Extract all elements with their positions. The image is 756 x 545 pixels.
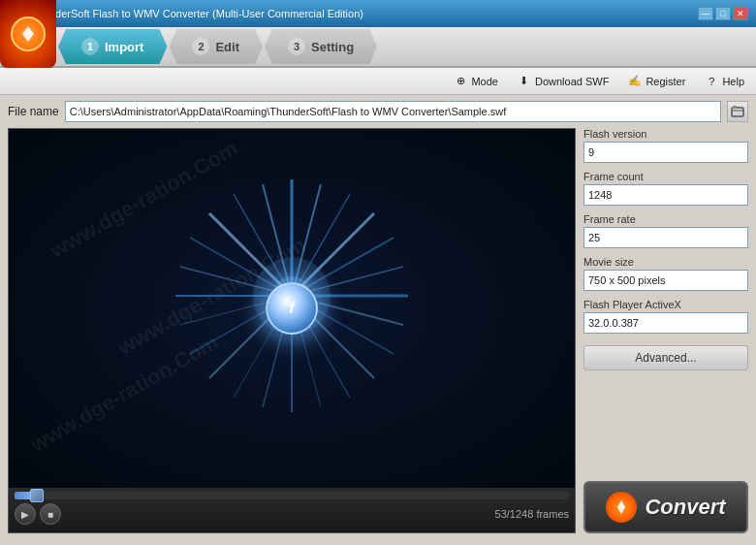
register-icon: ✍ bbox=[628, 75, 642, 88]
app-logo bbox=[0, 0, 56, 68]
tab-edit[interactable]: 2 Edit bbox=[169, 29, 263, 64]
svg-line-3 bbox=[292, 184, 321, 296]
advanced-button[interactable]: Advanced... bbox=[583, 345, 748, 370]
file-row: File name bbox=[8, 101, 748, 122]
convert-section: Convert bbox=[583, 473, 748, 533]
flash-player-input[interactable] bbox=[583, 312, 748, 334]
toolbar: ⊕ Mode ⬇ Download SWF ✍ Register ? Help bbox=[0, 68, 756, 95]
tab-edit-number: 2 bbox=[192, 38, 209, 55]
flash-player-label: Flash Player ActiveX bbox=[583, 299, 748, 310]
movie-size-field: Movie size bbox=[583, 256, 748, 291]
flash-version-label: Flash version bbox=[583, 128, 748, 140]
lower-section: www.dge-ration.Com www.dge-ration.Com ww… bbox=[8, 128, 748, 533]
register-button[interactable]: ✍ Register bbox=[624, 73, 689, 90]
info-panel: Flash version Frame count Frame rate Mov… bbox=[583, 128, 748, 533]
window-controls: — □ ✕ bbox=[698, 7, 748, 20]
play-controls: ▶ ■ bbox=[15, 503, 61, 525]
tab-import[interactable]: 1 Import bbox=[58, 29, 167, 64]
progress-thumb bbox=[30, 489, 44, 502]
tab-edit-label: Edit bbox=[215, 40, 239, 54]
movie-size-label: Movie size bbox=[583, 256, 748, 268]
minimize-button[interactable]: — bbox=[698, 7, 713, 20]
browse-button[interactable] bbox=[727, 101, 748, 122]
mode-label: Mode bbox=[471, 76, 498, 87]
download-swf-label: Download SWF bbox=[535, 76, 609, 87]
svg-line-4 bbox=[292, 194, 350, 296]
frame-rate-field: Frame rate bbox=[583, 213, 748, 248]
progress-track[interactable] bbox=[15, 492, 569, 499]
controls-row: ▶ ■ 53/1248 frames bbox=[15, 503, 569, 525]
flash-player-field: Flash Player ActiveX bbox=[583, 299, 748, 334]
convert-icon bbox=[606, 492, 637, 523]
tab-import-label: Import bbox=[105, 40, 143, 54]
help-button[interactable]: ? Help bbox=[701, 73, 748, 90]
tab-setting[interactable]: 3 Setting bbox=[265, 29, 377, 64]
play-icon: ▶ bbox=[21, 509, 29, 520]
frame-count-field: Frame count bbox=[583, 171, 748, 206]
file-input[interactable] bbox=[65, 101, 721, 122]
flash-version-input[interactable] bbox=[583, 142, 748, 163]
flash-ball: f bbox=[266, 282, 318, 335]
close-button[interactable]: ✕ bbox=[733, 7, 748, 20]
svg-line-24 bbox=[234, 194, 292, 296]
maximize-button[interactable]: □ bbox=[715, 7, 731, 20]
browse-icon bbox=[731, 105, 744, 118]
mode-button[interactable]: ⊕ Mode bbox=[450, 73, 502, 90]
svg-line-25 bbox=[263, 184, 292, 296]
svg-rect-1 bbox=[733, 106, 737, 109]
watermark-3: www.dge-ration.Com bbox=[26, 330, 223, 458]
mode-icon: ⊕ bbox=[454, 75, 467, 88]
flash-version-field: Flash version bbox=[583, 128, 748, 163]
play-button[interactable]: ▶ bbox=[15, 503, 36, 525]
convert-label: Convert bbox=[645, 495, 725, 520]
tab-setting-label: Setting bbox=[311, 40, 354, 54]
help-label: Help bbox=[722, 76, 744, 87]
video-area: www.dge-ration.Com www.dge-ration.Com ww… bbox=[9, 129, 575, 488]
main-content: File name www.dge-ration.Com www.dge-rat… bbox=[0, 95, 756, 545]
file-label: File name bbox=[8, 105, 59, 118]
frame-count-input[interactable] bbox=[583, 184, 748, 206]
frame-count-label: Frame count bbox=[583, 171, 748, 182]
tab-bar: 1 Import 2 Edit 3 Setting bbox=[0, 27, 756, 68]
svg-rect-0 bbox=[732, 108, 743, 116]
download-swf-button[interactable]: ⬇ Download SWF bbox=[514, 73, 613, 90]
svg-line-5 bbox=[292, 213, 374, 296]
tab-setting-number: 3 bbox=[288, 38, 305, 55]
title-bar: ThunderSoft Flash to WMV Converter (Mult… bbox=[0, 0, 756, 27]
watermark-1: www.dge-ration.Com bbox=[46, 136, 242, 264]
frame-rate-input[interactable] bbox=[583, 227, 748, 248]
frame-info: 53/1248 frames bbox=[495, 508, 569, 520]
download-icon: ⬇ bbox=[518, 75, 531, 88]
video-panel: www.dge-ration.Com www.dge-ration.Com ww… bbox=[8, 128, 576, 533]
svg-line-23 bbox=[209, 213, 292, 296]
convert-button[interactable]: Convert bbox=[583, 481, 748, 533]
help-icon: ? bbox=[705, 75, 718, 88]
title-bar-left: ThunderSoft Flash to WMV Converter (Mult… bbox=[8, 5, 363, 22]
register-label: Register bbox=[646, 76, 685, 87]
controls-bar: ▶ ■ 53/1248 frames bbox=[9, 488, 575, 532]
stop-icon: ■ bbox=[47, 509, 53, 520]
frame-rate-label: Frame rate bbox=[583, 213, 748, 225]
app-logo-inner bbox=[11, 16, 46, 51]
stop-button[interactable]: ■ bbox=[40, 503, 61, 525]
window-title: ThunderSoft Flash to WMV Converter (Mult… bbox=[31, 8, 363, 19]
movie-size-input[interactable] bbox=[583, 270, 748, 291]
flash-logo: f bbox=[289, 300, 294, 317]
tab-import-number: 1 bbox=[81, 38, 99, 55]
